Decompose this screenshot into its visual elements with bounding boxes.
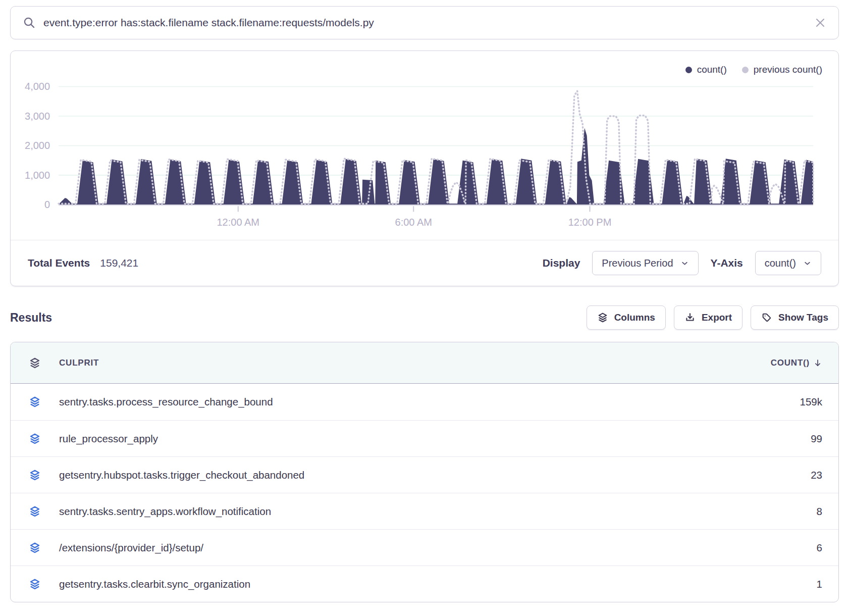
stack-icon: [29, 357, 41, 369]
table-row: getsentry.tasks.clearbit.sync_organizati…: [11, 566, 838, 602]
svg-text:2,000: 2,000: [25, 140, 50, 151]
culprit-cell: getsentry.tasks.clearbit.sync_organizati…: [59, 578, 817, 590]
legend-item-previous-count[interactable]: previous count(): [742, 64, 822, 75]
stack-icon[interactable]: [29, 396, 41, 408]
count-cell: 99: [811, 433, 822, 445]
count-series: [59, 128, 813, 204]
previous-count-dot-icon: [742, 67, 749, 73]
column-header-count[interactable]: COUNT(): [771, 358, 822, 368]
count-dot-icon: [685, 67, 692, 73]
table-row: getsentry.hubspot.tasks.trigger_checkout…: [11, 456, 838, 493]
stack-icon[interactable]: [29, 542, 41, 554]
results-heading: Results: [10, 311, 52, 325]
tag-icon: [761, 312, 772, 323]
svg-text:4,000: 4,000: [25, 81, 50, 92]
columns-button-label: Columns: [614, 312, 655, 323]
total-events-label: Total Events: [28, 257, 90, 269]
svg-text:0: 0: [44, 199, 50, 210]
display-select-value: Previous Period: [602, 258, 673, 269]
download-icon: [684, 312, 696, 323]
table-row: sentry.tasks.process_resource_change_bou…: [11, 384, 838, 420]
stack-icon[interactable]: [29, 578, 41, 590]
close-icon[interactable]: [814, 17, 826, 29]
svg-text:6:00 AM: 6:00 AM: [395, 217, 432, 228]
count-cell: 6: [817, 542, 822, 554]
chevron-down-icon: [680, 259, 689, 268]
events-chart: 01,0002,0003,0004,00012:00 AM6:00 AM12:0…: [11, 51, 838, 240]
chart-controls: Display Previous Period Y-Axis count(): [543, 251, 821, 275]
chart-legend: count() previous count(): [685, 64, 822, 75]
stack-icon[interactable]: [29, 433, 41, 445]
culprit-cell: sentry.tasks.sentry_apps.workflow_notifi…: [59, 505, 817, 518]
svg-text:12:00 PM: 12:00 PM: [568, 217, 612, 228]
show-tags-button[interactable]: Show Tags: [751, 305, 839, 330]
table-row: sentry.tasks.sentry_apps.workflow_notifi…: [11, 493, 838, 529]
culprit-cell: getsentry.hubspot.tasks.trigger_checkout…: [59, 469, 811, 481]
search-input[interactable]: [43, 17, 807, 29]
export-button[interactable]: Export: [674, 305, 742, 330]
yaxis-select-value: count(): [765, 258, 796, 269]
culprit-cell: rule_processor_apply: [59, 433, 811, 445]
events-chart-panel: count() previous count() 01,0002,0003,00…: [10, 50, 839, 286]
layers-icon: [597, 312, 608, 323]
count-cell: 159k: [800, 396, 822, 408]
svg-text:12:00 AM: 12:00 AM: [217, 217, 259, 228]
display-select[interactable]: Previous Period: [592, 251, 698, 275]
discover-page: count() previous count() 01,0002,0003,00…: [0, 0, 849, 602]
columns-button[interactable]: Columns: [587, 305, 666, 330]
legend-label: count(): [697, 64, 727, 75]
table-row: /extensions/{provider_id}/setup/6: [11, 529, 838, 566]
yaxis-label: Y-Axis: [711, 257, 743, 269]
count-cell: 23: [811, 469, 822, 481]
chevron-down-icon: [803, 259, 812, 268]
results-table: CULPRIT COUNT() sentry.tasks.process_res…: [10, 342, 839, 602]
search-bar: [10, 6, 839, 39]
results-actions: Columns Export Show Tags: [587, 305, 839, 330]
stack-icon[interactable]: [29, 505, 41, 518]
show-tags-button-label: Show Tags: [778, 312, 828, 323]
legend-item-count[interactable]: count(): [685, 64, 727, 75]
legend-label: previous count(): [754, 64, 822, 75]
column-header-culprit[interactable]: CULPRIT: [59, 358, 771, 368]
chart-footer: Total Events 159,421 Display Previous Pe…: [11, 240, 838, 286]
search-icon: [23, 16, 36, 29]
table-header: CULPRIT COUNT(): [11, 342, 838, 384]
table-row: rule_processor_apply99: [11, 420, 838, 456]
export-button-label: Export: [702, 312, 732, 323]
culprit-cell: sentry.tasks.process_resource_change_bou…: [59, 396, 800, 408]
yaxis-select[interactable]: count(): [755, 251, 821, 275]
count-cell: 1: [817, 578, 822, 590]
display-label: Display: [543, 257, 580, 269]
results-table-body: sentry.tasks.process_resource_change_bou…: [11, 384, 838, 602]
svg-text:3,000: 3,000: [25, 111, 50, 122]
total-events: Total Events 159,421: [28, 257, 138, 269]
total-events-value: 159,421: [100, 257, 138, 269]
sort-desc-arrow-icon: [813, 358, 822, 368]
count-cell: 8: [817, 505, 822, 518]
stack-icon[interactable]: [29, 469, 41, 481]
culprit-cell: /extensions/{provider_id}/setup/: [59, 542, 817, 554]
results-header-row: Results Columns Export: [10, 305, 839, 330]
count-header-label: COUNT(): [771, 358, 810, 368]
svg-text:1,000: 1,000: [25, 170, 50, 181]
